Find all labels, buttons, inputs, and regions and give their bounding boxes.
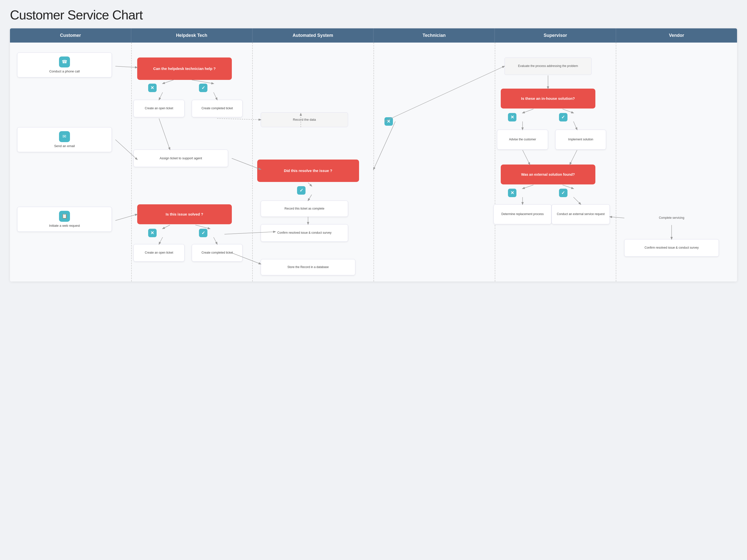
confirm-survey1-node: Confirm resolved issue & conduct survey bbox=[261, 224, 348, 242]
in-house-no-btn[interactable]: ✕ bbox=[508, 113, 516, 122]
svg-line-9 bbox=[159, 118, 170, 150]
svg-line-8 bbox=[214, 92, 217, 100]
external-solution-label: Was an external solution found? bbox=[521, 172, 575, 177]
record-complete-label: Record this ticket as complete bbox=[285, 207, 325, 211]
did-resolve-yes-btn[interactable]: ✓ bbox=[297, 186, 306, 195]
col-header-technician: Technician bbox=[374, 28, 495, 43]
svg-line-20 bbox=[214, 237, 217, 244]
svg-line-28 bbox=[523, 150, 530, 164]
can-helpdesk-no-btn[interactable]: ✕ bbox=[148, 84, 157, 92]
conduct-phone-node: ☎ Conduct a phone call bbox=[17, 53, 112, 77]
svg-line-29 bbox=[570, 150, 577, 164]
can-helpdesk-yes-btn[interactable]: ✓ bbox=[199, 84, 207, 92]
in-house-yes-btn[interactable]: ✓ bbox=[559, 113, 567, 122]
create-completed2-node: Create completed ticket bbox=[192, 244, 242, 262]
external-yes-btn[interactable]: ✓ bbox=[559, 189, 567, 197]
create-completed1-label: Create completed ticket bbox=[202, 107, 233, 110]
svg-line-34 bbox=[610, 217, 624, 218]
svg-line-6 bbox=[192, 80, 214, 84]
conduct-external-label: Conduct an external service request bbox=[557, 212, 604, 216]
conduct-phone-label: Conduct a phone call bbox=[49, 70, 80, 74]
send-email-label: Send an email bbox=[54, 144, 75, 148]
complete-servicing-node: Complete servicing bbox=[628, 212, 715, 224]
svg-line-27 bbox=[573, 122, 577, 130]
svg-line-22 bbox=[374, 122, 395, 169]
technician-x-btn[interactable]: ✕ bbox=[384, 117, 393, 126]
advise-node: Advise the customer bbox=[497, 130, 548, 150]
determine-node: Determine replacement process bbox=[493, 204, 552, 224]
web-icon: 📋 bbox=[59, 211, 70, 222]
assign-ticket-label: Assign ticket to support agent bbox=[160, 156, 202, 161]
send-email-node: ✉ Send an email bbox=[17, 127, 112, 152]
confirm-survey1-label: Confirm resolved issue & conduct survey bbox=[277, 231, 331, 235]
record-data-node: Record the data bbox=[261, 112, 348, 127]
header-row: Customer Helpdesk Tech Automated System … bbox=[10, 28, 737, 43]
is-issue-solved-node: Is this issue solved ? bbox=[137, 204, 232, 224]
record-complete-node: Record this ticket as complete bbox=[261, 201, 348, 217]
col-header-customer: Customer bbox=[10, 28, 131, 43]
phone-icon: ☎ bbox=[59, 56, 70, 68]
svg-line-18 bbox=[196, 225, 210, 229]
svg-line-5 bbox=[162, 80, 174, 84]
chart-body: ☎ Conduct a phone call ✉ Send an email 📋… bbox=[10, 43, 737, 282]
create-open1-label: Create an open ticket bbox=[145, 107, 173, 110]
conduct-external-node: Conduct an external service request bbox=[551, 204, 610, 224]
confirm-survey2-node: Confirm resolved issue & conduct survey bbox=[624, 239, 719, 257]
svg-line-7 bbox=[159, 92, 163, 100]
svg-line-30 bbox=[523, 185, 534, 189]
in-house-label: Is these an in-house solution? bbox=[521, 96, 575, 101]
issue-solved-no-btn[interactable]: ✕ bbox=[148, 229, 157, 237]
svg-line-19 bbox=[159, 237, 163, 244]
col-header-vendor: Vendor bbox=[616, 28, 737, 43]
store-record-node: Store the Record in a database bbox=[261, 259, 355, 275]
svg-line-4 bbox=[115, 214, 137, 220]
svg-line-2 bbox=[115, 66, 137, 68]
implement-label: Implement solution bbox=[568, 138, 593, 142]
evaluate-label: Evaluate the process addressing the prob… bbox=[518, 64, 578, 68]
store-record-label: Store the Record in a database bbox=[287, 265, 329, 269]
initiate-web-node: 📋 Initiate a web request bbox=[17, 207, 112, 232]
svg-line-25 bbox=[563, 109, 573, 113]
svg-line-13 bbox=[308, 183, 312, 186]
evaluate-node: Evaluate the process addressing the prob… bbox=[505, 57, 592, 75]
can-helpdesk-node: Can the helpdesk technician help ? bbox=[137, 57, 232, 80]
svg-line-12 bbox=[232, 158, 261, 169]
svg-line-17 bbox=[162, 225, 170, 229]
confirm-survey2-label: Confirm resolved issue & conduct survey bbox=[644, 246, 698, 250]
create-completed2-label: Create completed ticket bbox=[202, 251, 233, 255]
can-helpdesk-label: Can the helpdesk technician help ? bbox=[153, 66, 216, 71]
is-issue-solved-label: Is this issue solved ? bbox=[165, 212, 203, 217]
external-solution-node: Was an external solution found? bbox=[501, 164, 595, 184]
svg-line-10 bbox=[217, 118, 261, 120]
swimlane-chart: Customer Helpdesk Tech Automated System … bbox=[10, 28, 737, 282]
in-house-node: Is these an in-house solution? bbox=[501, 88, 595, 108]
assign-ticket-node: Assign ticket to support agent bbox=[133, 150, 228, 167]
initiate-web-label: Initiate a web request bbox=[49, 224, 80, 228]
svg-line-24 bbox=[523, 109, 534, 113]
issue-solved-yes-btn[interactable]: ✓ bbox=[199, 229, 207, 237]
advise-label: Advise the customer bbox=[509, 138, 536, 142]
col-header-supervisor: Supervisor bbox=[495, 28, 616, 43]
did-resolve-label: Did this resolve the issue ? bbox=[284, 168, 332, 173]
create-open2-node: Create an open ticket bbox=[133, 244, 184, 262]
col-header-helpdesk: Helpdesk Tech bbox=[131, 28, 253, 43]
page-title: Customer Service Chart bbox=[10, 7, 737, 22]
col-header-automated: Automated System bbox=[253, 28, 374, 43]
external-no-btn[interactable]: ✕ bbox=[508, 189, 516, 197]
record-data-label: Record the data bbox=[293, 118, 316, 122]
create-open1-node: Create an open ticket bbox=[133, 100, 184, 117]
svg-line-14 bbox=[308, 195, 312, 201]
svg-line-33 bbox=[573, 197, 581, 204]
svg-line-36 bbox=[384, 66, 505, 122]
complete-servicing-label: Complete servicing bbox=[659, 216, 684, 220]
email-icon: ✉ bbox=[59, 131, 70, 142]
svg-line-31 bbox=[563, 185, 573, 189]
determine-label: Determine replacement process bbox=[501, 212, 544, 216]
create-open2-label: Create an open ticket bbox=[145, 251, 173, 255]
implement-node: Implement solution bbox=[555, 130, 606, 150]
create-completed1-node: Create completed ticket bbox=[192, 100, 242, 117]
did-resolve-node: Did this resolve the issue ? bbox=[257, 160, 359, 182]
